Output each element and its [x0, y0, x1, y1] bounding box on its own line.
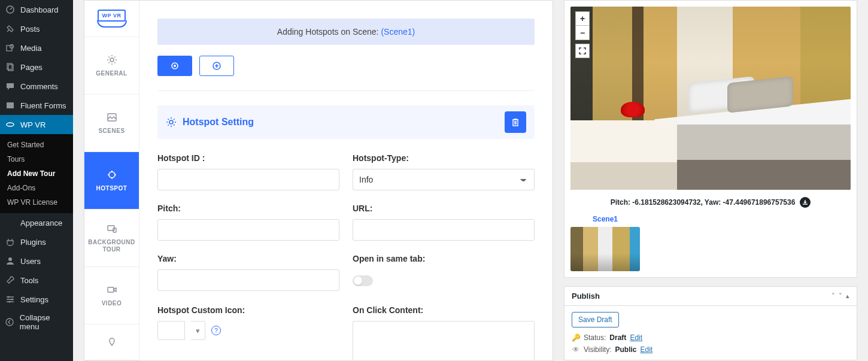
svg-point-8 — [8, 296, 10, 298]
right-column: + − Pitch: -6.181528623094732, Yaw: -47.… — [564, 0, 857, 361]
panorama-preview[interactable]: + − — [570, 7, 851, 190]
label: Hotspot-Type: — [353, 153, 535, 163]
status-label: Status: — [584, 333, 606, 342]
menu-label: Posts — [20, 25, 40, 34]
pitch-input[interactable] — [157, 219, 339, 241]
copy-coords-button[interactable] — [800, 197, 811, 208]
menu-media[interactable]: Media — [0, 38, 73, 57]
yaw-input[interactable] — [157, 269, 339, 291]
banner-text: Adding Hotspots on Scene: — [277, 27, 381, 37]
menu-appearance[interactable]: Appearance — [0, 213, 73, 232]
editor-body: Adding Hotspots on Scene: (Scene1) Hotsp… — [139, 1, 553, 360]
menu-users[interactable]: Users — [0, 251, 73, 271]
hotspot-id-input[interactable] — [157, 169, 339, 190]
menu-settings[interactable]: Settings — [0, 290, 73, 309]
field-open-same-tab: Open in same tab: — [353, 254, 535, 292]
sliders-icon — [5, 294, 16, 305]
save-draft-button[interactable]: Save Draft — [572, 312, 619, 327]
menu-posts[interactable]: Posts — [0, 19, 73, 38]
svg-rect-17 — [108, 287, 114, 292]
banner-scene-link[interactable]: (Scene1) — [381, 27, 415, 37]
download-icon — [802, 199, 808, 205]
menu-fluent-forms[interactable]: Fluent Forms — [0, 96, 73, 115]
divider — [157, 90, 535, 91]
tab-video[interactable]: VIDEO — [84, 267, 139, 324]
on-click-content-input[interactable] — [353, 321, 535, 360]
current-hotspot-button[interactable] — [157, 56, 192, 76]
hotspot-type-select[interactable]: Info — [353, 169, 535, 190]
panel-up-icon[interactable]: ˄ — [831, 292, 835, 300]
tab-general[interactable]: GENERAL — [84, 37, 139, 95]
svg-point-9 — [11, 299, 13, 301]
custom-icon-dropdown[interactable]: ▾ — [191, 321, 205, 340]
scene-strip: Scene1 — [570, 211, 851, 271]
gear-icon — [166, 117, 177, 128]
submenu-tours[interactable]: Tours — [0, 152, 73, 166]
menu-label: Comments — [20, 82, 58, 91]
visibility-row: 👁 Visibility: Public Edit — [572, 345, 849, 354]
panel-title: Hotspot Setting — [183, 117, 254, 128]
field-custom-icon: Hotspot Custom Icon: ▾ ? — [157, 305, 339, 346]
tab-label: SCENES — [96, 128, 127, 135]
image-icon — [107, 112, 117, 123]
tabs-column: WP VR GENERAL SCENES HOTSPOT — [84, 1, 139, 360]
video-icon — [107, 284, 117, 295]
submenu-add-ons[interactable]: Add-Ons — [0, 181, 73, 195]
tab-scenes[interactable]: SCENES — [84, 95, 139, 152]
svg-point-10 — [9, 301, 11, 303]
tab-background-tour[interactable]: BACKGROUND TOUR — [84, 210, 139, 267]
zoom-out-button[interactable]: − — [575, 26, 590, 40]
brush-icon — [5, 217, 16, 228]
submenu-get-started[interactable]: Get Started — [0, 138, 73, 152]
media-icon — [5, 43, 16, 53]
scene-name: Scene1 — [570, 215, 640, 227]
label: Hotspot Custom Icon Color: — [157, 359, 339, 361]
url-input[interactable] — [353, 219, 535, 241]
menu-label: Appearance — [20, 219, 62, 227]
menu-plugins[interactable]: Plugins — [0, 232, 73, 251]
delete-hotspot-button[interactable] — [505, 111, 526, 133]
menu-tools[interactable]: Tools — [0, 271, 73, 290]
pages-icon — [5, 62, 16, 72]
menu-label: Settings — [20, 295, 48, 304]
edit-visibility-link[interactable]: Edit — [640, 345, 652, 354]
add-hotspot-button[interactable] — [199, 56, 234, 76]
tab-label: BACKGROUND TOUR — [84, 239, 139, 253]
panel-down-icon[interactable]: ˅ — [839, 292, 842, 300]
devices-icon — [107, 223, 117, 234]
pin-icon — [5, 23, 16, 34]
hotspot-setting-header: Hotspot Setting — [157, 105, 535, 139]
edit-status-link[interactable]: Edit — [630, 333, 642, 342]
logo-text: WP VR — [98, 10, 126, 22]
plugin-icon — [5, 236, 16, 247]
tab-hotspot[interactable]: HOTSPOT — [84, 152, 139, 210]
menu-label: Plugins — [20, 238, 46, 247]
menu-pages[interactable]: Pages — [0, 57, 73, 77]
pin-icon — [107, 337, 117, 348]
svg-point-7 — [8, 257, 12, 261]
scene-thumbnail-1[interactable]: Scene1 — [570, 215, 640, 271]
eye-icon: 👁 — [572, 345, 580, 354]
menu-label: Media — [20, 44, 41, 53]
svg-point-19 — [174, 65, 176, 67]
submenu-license[interactable]: WP VR License — [0, 195, 73, 210]
zoom-in-button[interactable]: + — [575, 11, 590, 26]
open-same-tab-toggle[interactable] — [353, 275, 373, 286]
menu-collapse[interactable]: Collapse menu — [0, 309, 73, 335]
label: Yaw: — [157, 254, 339, 263]
form-icon — [5, 100, 16, 111]
svg-point-11 — [6, 318, 13, 326]
panel-toggle-icon[interactable]: ▴ — [846, 292, 849, 300]
menu-comments[interactable]: Comments — [0, 77, 73, 96]
tab-label: HOTSPOT — [94, 185, 130, 192]
scene-thumb-image — [570, 227, 640, 271]
label: Pitch: — [157, 204, 339, 213]
submenu-add-new-tour[interactable]: Add New Tour — [0, 166, 73, 181]
menu-label: WP VR — [20, 120, 45, 129]
help-icon[interactable]: ? — [211, 326, 221, 335]
tab-extra[interactable] — [84, 324, 139, 360]
menu-dashboard[interactable]: Dashboard — [0, 0, 73, 19]
fullscreen-button[interactable] — [575, 44, 590, 58]
user-icon — [5, 256, 16, 266]
menu-wp-vr[interactable]: WP VR — [0, 115, 73, 134]
